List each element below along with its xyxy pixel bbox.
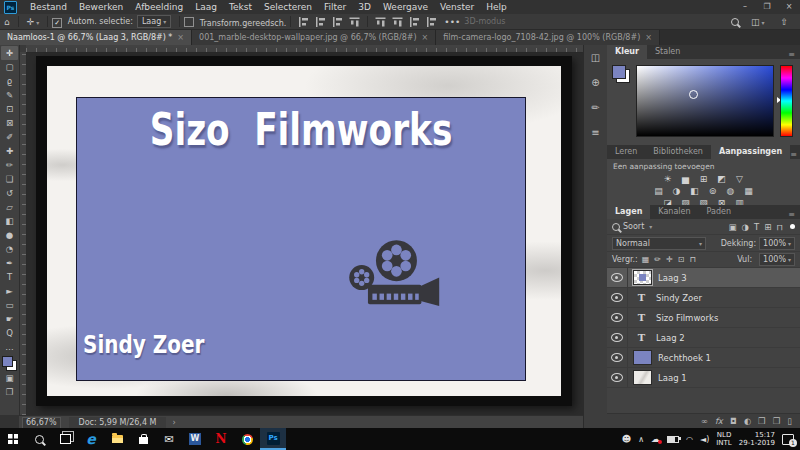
action-center-icon[interactable]: 1 <box>782 434 794 445</box>
minimize-icon[interactable]: – <box>734 0 756 14</box>
hue-slider[interactable] <box>780 65 793 137</box>
layer-filter-toggle[interactable] <box>790 224 795 229</box>
menu-help[interactable]: Help <box>480 0 513 14</box>
clock[interactable]: 15:17 29-1-2019 <box>739 431 775 447</box>
tab-paden[interactable]: Paden <box>699 205 739 219</box>
taskbar-search-icon[interactable] <box>26 428 52 450</box>
workspace-icon[interactable]: ◫▾ <box>747 17 769 27</box>
more-tools[interactable]: … <box>1 340 18 354</box>
align-left-icon[interactable] <box>298 17 309 27</box>
search-icon[interactable] <box>731 18 739 26</box>
auto-select-checkbox[interactable]: ✓ Autom. selectie: <box>52 17 133 27</box>
more-align-options-icon[interactable]: ••• <box>440 17 464 27</box>
tab-kleur[interactable]: Kleur <box>607 45 647 59</box>
brush-settings-panel-icon[interactable]: ✏ <box>585 98 606 117</box>
filter-type-layers-icon[interactable]: T <box>754 222 759 232</box>
marble-background-layer[interactable]: Sizo Filmworks <box>47 66 561 396</box>
tab-close-icon[interactable]: × <box>422 30 429 45</box>
foreground-swatch[interactable] <box>612 65 626 79</box>
auto-select-target-dropdown[interactable]: Laag▾ <box>137 15 171 28</box>
taskbar-word-icon[interactable]: W <box>182 428 208 450</box>
layer-visibility-eye-icon[interactable] <box>611 353 623 362</box>
tab-lagen[interactable]: Lagen <box>607 205 650 219</box>
document[interactable]: Sizo Filmworks <box>36 56 572 406</box>
type-tool[interactable]: T <box>1 270 18 284</box>
layer-mask-icon[interactable]: ◘ <box>730 416 737 426</box>
fill-value[interactable]: 100%▾ <box>759 253 795 266</box>
tab-close-icon[interactable]: × <box>177 30 184 45</box>
group-layers-icon[interactable]: ❒ <box>758 416 766 426</box>
menu-filter[interactable]: Filter <box>318 0 352 14</box>
brand-rectangle[interactable]: Sizo Filmworks <box>76 97 526 381</box>
tab-bibliotheken[interactable]: Bibliotheken <box>645 145 711 159</box>
shape-tool[interactable]: ▭ <box>1 298 18 312</box>
layer-filter-search-icon[interactable] <box>612 223 620 231</box>
photoshop-app-icon[interactable]: Ps <box>4 1 17 14</box>
taskbar-mail-icon[interactable]: ✉ <box>156 428 182 450</box>
menu-weergave[interactable]: Weergave <box>377 0 434 14</box>
adjustment-layer-icon[interactable]: ◐ <box>744 416 751 426</box>
menu-laag[interactable]: Laag <box>189 0 223 14</box>
battery-icon[interactable] <box>667 436 679 443</box>
exposure-icon[interactable]: ◩ <box>716 173 727 184</box>
layer-row[interactable]: TSizo Filmworks <box>607 308 800 328</box>
curves-icon[interactable]: ⊞ <box>698 173 709 184</box>
filter-pixel-layers-icon[interactable]: ▣ <box>729 222 737 232</box>
film-camera-icon[interactable] <box>343 236 441 312</box>
document-tab-0[interactable]: Naamloos-1 @ 66,7% (Laag 3, RGB/8#) *× <box>0 30 192 45</box>
pen-tool[interactable]: ✒ <box>1 256 18 270</box>
show-transform-checkbox[interactable]: Transform.gereedsch. <box>184 16 286 28</box>
toolbar-color-swatches[interactable] <box>2 356 17 371</box>
share-icon[interactable]: ⇧ <box>776 17 792 27</box>
channel-mixer-icon[interactable]: ◍ <box>725 185 736 196</box>
status-expand-icon[interactable]: › <box>172 418 175 427</box>
panel-menu-icon[interactable]: ≡ <box>788 210 800 219</box>
menu-tekst[interactable]: Tekst <box>223 0 258 14</box>
wifi-icon[interactable]: ◠ <box>686 435 693 444</box>
vibrance-icon[interactable]: ▽ <box>734 173 745 184</box>
histogram-panel-icon[interactable]: ◫ <box>585 48 606 67</box>
layer-row[interactable]: TSindy Zoer <box>607 288 800 308</box>
tab-aanpassingen[interactable]: Aanpassingen <box>711 145 790 159</box>
layer-visibility-eye-icon[interactable] <box>611 313 623 322</box>
menu-bestand[interactable]: Bestand <box>24 0 73 14</box>
layer-filter-type[interactable]: Soort <box>623 222 644 231</box>
lock-transparency-icon[interactable]: ▦ <box>642 255 650 264</box>
frame-tool[interactable]: ⊠ <box>1 116 18 130</box>
saturation-brightness-field[interactable] <box>636 65 774 137</box>
layer-effects-icon[interactable]: fx <box>715 416 723 426</box>
document-tab-1[interactable]: 001_marble-desktop-wallpaper.jpg @ 66,7%… <box>192 30 436 45</box>
layer-thumbnail[interactable] <box>633 270 652 285</box>
foreground-background-swatches[interactable] <box>612 65 630 83</box>
brightness-contrast-icon[interactable]: ☀ <box>662 173 673 184</box>
menu-3d[interactable]: 3D <box>352 0 377 14</box>
move-tool[interactable]: ✛ <box>1 46 18 60</box>
taskbar-edge-icon[interactable]: e <box>78 428 104 450</box>
checkbox-unchecked-icon[interactable] <box>184 17 194 27</box>
new-layer-icon[interactable]: ❐ <box>773 416 781 426</box>
taskbar-store-icon[interactable] <box>130 428 156 450</box>
restore-icon[interactable]: ❐ <box>756 0 778 14</box>
show-hidden-icons[interactable]: ∧ <box>638 435 644 444</box>
menu-selecteren[interactable]: Selecteren <box>258 0 318 14</box>
healing-brush-tool[interactable]: ✚ <box>1 144 18 158</box>
opacity-value[interactable]: 100%▾ <box>759 237 795 250</box>
layer-thumbnail[interactable] <box>633 370 652 385</box>
quick-selection-tool[interactable]: ✎ <box>1 88 18 102</box>
volume-icon[interactable]: ◄) <box>700 435 709 444</box>
layer-visibility-eye-icon[interactable] <box>611 273 623 282</box>
close-icon[interactable]: × <box>778 0 800 14</box>
layer-visibility-eye-icon[interactable] <box>611 293 623 302</box>
marquee-tool[interactable]: ▢ <box>1 60 18 74</box>
foreground-color-swatch[interactable] <box>2 356 13 367</box>
crop-tool[interactable]: ⊡ <box>1 102 18 116</box>
delete-layer-icon[interactable]: ▯ <box>787 416 792 426</box>
artwork-author-text[interactable]: Sindy Zoer <box>83 330 204 359</box>
quick-mask-icon[interactable]: ▣ <box>1 371 18 385</box>
layer-row[interactable]: Laag 3 <box>607 268 800 288</box>
gradient-tool[interactable]: ◧ <box>1 214 18 228</box>
eraser-tool[interactable]: ▱ <box>1 200 18 214</box>
color-field-marker[interactable] <box>689 90 698 99</box>
blur-tool[interactable]: ● <box>1 228 18 242</box>
vertical-ruler[interactable] <box>19 52 27 415</box>
